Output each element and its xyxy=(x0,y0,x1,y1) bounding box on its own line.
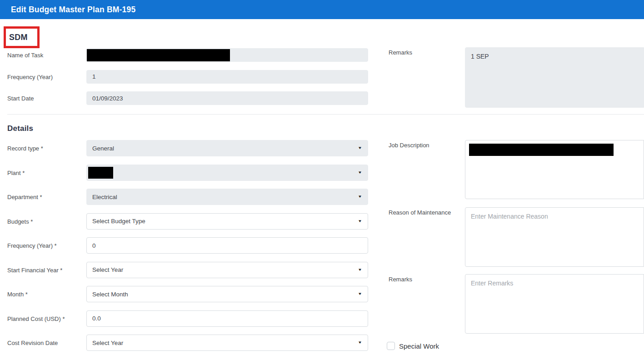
frequency-year-input[interactable] xyxy=(87,70,368,83)
reason-of-maintenance-label: Reason of Maintenance xyxy=(389,207,465,216)
planned-cost-field[interactable] xyxy=(86,310,368,327)
sdm-remarks-label: Remarks xyxy=(389,47,465,56)
frequency-year-label: Frequency (Year) xyxy=(7,70,86,80)
frequency-year-row: Frequency (Year) xyxy=(7,70,368,84)
form-content: SDM Name of Task Frequency (Year) xyxy=(0,19,644,351)
details-frequency-year-label: Frequency (Year) * xyxy=(7,237,86,249)
details-section-heading: Details xyxy=(7,124,644,133)
sdm-remarks-row: Remarks 1 SEP xyxy=(389,47,644,108)
special-work-row: Special Work xyxy=(387,342,644,350)
start-date-field[interactable] xyxy=(86,91,368,105)
start-financial-year-label: Start Financial Year * xyxy=(7,262,86,274)
record-type-label: Record type * xyxy=(7,140,86,152)
edit-budget-master-plan-page: Edit Budget Master Plan BM-195 SDM Name … xyxy=(0,0,644,355)
redaction-block xyxy=(87,49,230,61)
details-frequency-year-input[interactable] xyxy=(87,238,368,253)
details-remarks-row: Remarks xyxy=(389,274,644,334)
month-value: Select Month xyxy=(92,291,128,298)
job-description-label: Job Description xyxy=(389,140,465,149)
app-header: Edit Budget Master Plan BM-195 xyxy=(0,0,644,19)
month-row: Month * Select Month ▼ xyxy=(7,286,368,302)
planned-cost-input[interactable] xyxy=(87,311,368,326)
redaction-block xyxy=(88,167,113,179)
start-date-row: Start Date xyxy=(7,91,368,105)
name-of-task-label: Name of Task xyxy=(7,48,86,59)
department-value: Electrical xyxy=(92,194,117,200)
special-work-label: Special Work xyxy=(399,342,439,350)
reason-of-maintenance-textarea[interactable] xyxy=(465,207,644,267)
planned-cost-label: Planned Cost (USD) * xyxy=(7,310,86,322)
month-select[interactable]: Select Month ▼ xyxy=(86,286,368,302)
sdm-remarks-textarea[interactable]: 1 SEP xyxy=(465,47,644,108)
budgets-label: Budgets * xyxy=(7,213,86,225)
name-of-task-row: Name of Task xyxy=(7,48,368,62)
budgets-select[interactable]: Select Budget Type ▼ xyxy=(86,213,368,230)
details-remarks-textarea[interactable] xyxy=(465,274,644,334)
record-type-select[interactable]: General ▼ xyxy=(86,140,368,156)
department-row: Department * Electrical ▼ xyxy=(7,189,368,205)
record-type-value: General xyxy=(92,145,114,152)
start-date-input[interactable] xyxy=(87,92,368,105)
start-financial-year-row: Start Financial Year * Select Year ▼ xyxy=(7,262,368,278)
department-select[interactable]: Electrical ▼ xyxy=(86,189,368,205)
annotation-red-box: SDM xyxy=(4,26,40,48)
section-divider xyxy=(7,114,644,115)
details-section: Details Record type * General ▼ xyxy=(7,124,644,351)
job-description-row: Job Description xyxy=(389,140,644,199)
plant-select[interactable]: ▼ xyxy=(86,165,368,181)
department-label: Department * xyxy=(7,189,86,200)
budgets-value: Select Budget Type xyxy=(92,218,145,225)
planned-cost-row: Planned Cost (USD) * xyxy=(7,310,368,327)
start-date-label: Start Date xyxy=(7,91,86,102)
details-remarks-label: Remarks xyxy=(389,274,465,283)
sdm-section: SDM Name of Task Frequency (Year) xyxy=(7,19,644,108)
sdm-section-heading: SDM xyxy=(9,33,28,42)
name-of-task-field[interactable] xyxy=(86,48,368,62)
details-frequency-year-field[interactable] xyxy=(86,237,368,254)
frequency-year-field[interactable] xyxy=(86,70,368,84)
redaction-block xyxy=(469,144,614,156)
start-financial-year-select[interactable]: Select Year ▼ xyxy=(86,262,368,278)
page-title: Edit Budget Master Plan BM-195 xyxy=(11,5,135,15)
cost-revision-date-value: Select Year xyxy=(92,340,123,346)
plant-label: Plant * xyxy=(7,165,86,176)
cost-revision-date-label: Cost Revision Date xyxy=(7,335,86,346)
details-frequency-year-row: Frequency (Year) * xyxy=(7,237,368,254)
reason-of-maintenance-row: Reason of Maintenance xyxy=(389,207,644,267)
month-label: Month * xyxy=(7,286,86,298)
start-financial-year-value: Select Year xyxy=(92,266,123,273)
special-work-checkbox[interactable] xyxy=(387,342,395,350)
plant-row: Plant * ▼ xyxy=(7,165,368,181)
budgets-row: Budgets * Select Budget Type ▼ xyxy=(7,213,368,230)
cost-revision-date-select[interactable]: Select Year ▼ xyxy=(86,335,368,351)
record-type-row: Record type * General ▼ xyxy=(7,140,368,156)
cost-revision-date-row: Cost Revision Date Select Year ▼ xyxy=(7,335,368,351)
